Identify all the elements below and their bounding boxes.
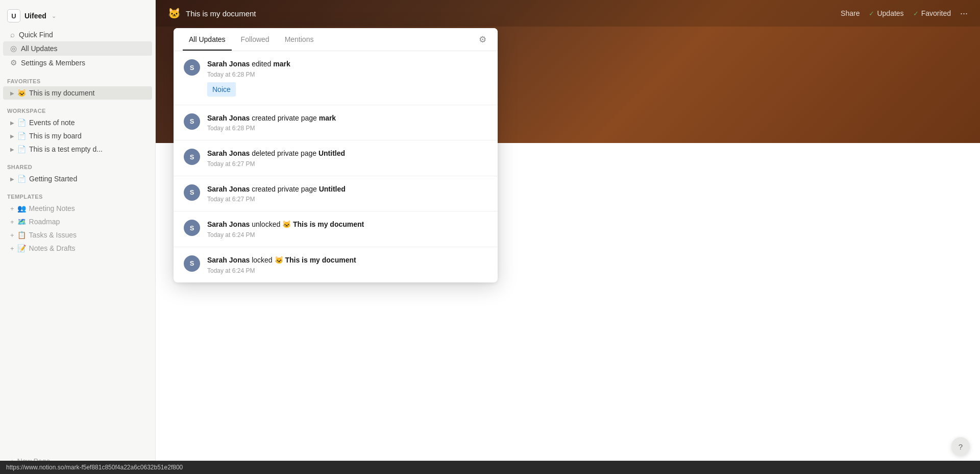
app-logo-letter: U xyxy=(11,12,16,20)
sidebar-item-getting-started[interactable]: ▶ 📄 Getting Started xyxy=(3,172,152,185)
template-4: Notes & Drafts xyxy=(29,244,76,252)
update-action-2: created private page xyxy=(252,114,319,122)
update-action-4: created private page xyxy=(252,185,319,193)
add-icon-1: + xyxy=(10,205,14,212)
sidebar-item-notes-drafts[interactable]: + 📝 Notes & Drafts xyxy=(3,242,152,255)
doc-emoji-2: 📄 xyxy=(17,132,26,140)
update-time-3: Today at 6:27 PM xyxy=(207,160,487,168)
avatar-6: S xyxy=(184,255,200,272)
chevron-right-icon-4: ▶ xyxy=(10,147,14,152)
add-icon-3: + xyxy=(10,231,14,239)
workspace-doc-1: Events of note xyxy=(29,118,75,127)
chevron-right-icon: ▶ xyxy=(10,90,14,96)
sidebar-item-this-is-my-board[interactable]: ▶ 📄 This is my board xyxy=(3,129,152,143)
update-time-6: Today at 6:24 PM xyxy=(207,267,487,274)
avatar-4: S xyxy=(184,184,200,201)
template-emoji-1: 👥 xyxy=(17,204,26,212)
update-action-6: locked 🐱 xyxy=(252,256,285,264)
tab-all-updates[interactable]: All Updates xyxy=(183,28,232,51)
template-1: Meeting Notes xyxy=(29,204,75,212)
template-3: Tasks & Issues xyxy=(29,231,77,239)
sidebar-item-test-empty[interactable]: ▶ 📄 This is a test empty d... xyxy=(3,143,152,156)
update-text-5: Sarah Jonas unlocked 🐱 This is my docume… xyxy=(207,220,487,230)
update-text-3: Sarah Jonas deleted private page Untitle… xyxy=(207,149,487,159)
update-content-1: Sarah Jonas edited mark Today at 6:28 PM… xyxy=(207,59,487,97)
update-time-5: Today at 6:24 PM xyxy=(207,231,487,239)
update-target-6: This is my document xyxy=(285,256,356,264)
favorite-doc-label: This is my document xyxy=(29,89,94,97)
update-item-2: S Sarah Jonas created private page mark … xyxy=(174,105,498,141)
update-text-2: Sarah Jonas created private page mark xyxy=(207,113,487,124)
update-highlight-1: Noice xyxy=(207,82,236,97)
sidebar-item-tasks[interactable]: + 📋 Tasks & Issues xyxy=(3,228,152,242)
sidebar-item-settings[interactable]: ⚙ Settings & Members xyxy=(3,56,152,70)
updates-tabs: All Updates Followed Mentions ⚙ xyxy=(174,28,498,51)
doc-emoji-4: 📄 xyxy=(17,175,26,183)
avatar-5: S xyxy=(184,220,200,236)
doc-emoji-3: 📄 xyxy=(17,145,26,153)
update-user-4: Sarah Jonas xyxy=(207,185,250,193)
app-chevron-icon[interactable]: ⌄ xyxy=(52,13,56,19)
update-item-3: S Sarah Jonas deleted private page Untit… xyxy=(174,140,498,176)
avatar-3: S xyxy=(184,149,200,165)
update-user-3: Sarah Jonas xyxy=(207,149,250,157)
shared-doc-1: Getting Started xyxy=(29,175,77,183)
add-icon-4: + xyxy=(10,245,14,252)
add-icon-2: + xyxy=(10,218,14,226)
sidebar-item-meeting-notes[interactable]: + 👥 Meeting Notes xyxy=(3,202,152,215)
all-updates-label: All Updates xyxy=(21,44,58,53)
sidebar-item-events-of-note[interactable]: ▶ 📄 Events of note xyxy=(3,116,152,129)
panel-settings-icon[interactable]: ⚙ xyxy=(477,30,488,49)
shared-section-label: SHARED xyxy=(0,156,155,172)
app-logo: U xyxy=(7,9,20,22)
template-emoji-2: 🗺️ xyxy=(17,218,26,226)
update-action-1: edited xyxy=(252,60,273,68)
update-content-2: Sarah Jonas created private page mark To… xyxy=(207,113,487,132)
sidebar-item-roadmap[interactable]: + 🗺️ Roadmap xyxy=(3,215,152,228)
help-button[interactable]: ? xyxy=(951,437,970,456)
templates-section-label: TEMPLATES xyxy=(0,185,155,202)
update-action-3: deleted private page xyxy=(252,149,318,157)
update-time-2: Today at 6:28 PM xyxy=(207,125,487,132)
update-time-1: Today at 6:28 PM xyxy=(207,71,487,78)
template-emoji-3: 📋 xyxy=(17,231,26,239)
template-2: Roadmap xyxy=(29,218,60,226)
update-user-2: Sarah Jonas xyxy=(207,114,250,122)
update-content-6: Sarah Jonas locked 🐱 This is my document… xyxy=(207,255,487,274)
updates-panel: All Updates Followed Mentions ⚙ S Sarah … xyxy=(174,28,498,282)
update-time-4: Today at 6:27 PM xyxy=(207,196,487,203)
workspace-doc-2: This is my board xyxy=(29,132,82,140)
update-action-5: unlocked 🐱 xyxy=(252,220,293,228)
update-item-5: S Sarah Jonas unlocked 🐱 This is my docu… xyxy=(174,211,498,247)
sidebar-item-quick-find[interactable]: ⌕ Quick Find xyxy=(3,28,152,41)
workspace-doc-3: This is a test empty d... xyxy=(29,145,103,153)
update-target-5: This is my document xyxy=(293,220,364,228)
chevron-right-icon-2: ▶ xyxy=(10,120,14,126)
tab-mentions[interactable]: Mentions xyxy=(279,28,320,51)
update-text-6: Sarah Jonas locked 🐱 This is my document xyxy=(207,255,487,266)
update-content-4: Sarah Jonas created private page Untitle… xyxy=(207,184,487,203)
updates-list: S Sarah Jonas edited mark Today at 6:28 … xyxy=(174,51,498,282)
update-text-4: Sarah Jonas created private page Untitle… xyxy=(207,184,487,195)
update-target-1: mark xyxy=(273,60,290,68)
update-content-5: Sarah Jonas unlocked 🐱 This is my docume… xyxy=(207,220,487,239)
chevron-right-icon-5: ▶ xyxy=(10,176,14,182)
update-target-4: Untitled xyxy=(319,185,346,193)
sidebar: U Uifeed ⌄ ⌕ Quick Find ◎ All Updates ⚙ … xyxy=(0,0,156,474)
chevron-right-icon-3: ▶ xyxy=(10,133,14,139)
update-target-3: Untitled xyxy=(318,149,345,157)
main-content: 🐱 This is my document Share ✓ Updates ✓ … xyxy=(156,0,980,474)
sidebar-item-all-updates[interactable]: ◎ All Updates xyxy=(3,41,152,56)
update-item-4: S Sarah Jonas created private page Untit… xyxy=(174,176,498,212)
sidebar-item-this-is-my-document[interactable]: ▶ 🐱 This is my document xyxy=(3,86,152,100)
settings-label: Settings & Members xyxy=(21,59,85,67)
settings-icon: ⚙ xyxy=(10,58,17,67)
update-user-1: Sarah Jonas xyxy=(207,60,250,68)
quick-find-label: Quick Find xyxy=(19,31,53,39)
app-name: Uifeed xyxy=(24,12,46,20)
tab-followed[interactable]: Followed xyxy=(235,28,276,51)
update-item-1: S Sarah Jonas edited mark Today at 6:28 … xyxy=(174,51,498,105)
update-user-5: Sarah Jonas xyxy=(207,220,250,228)
avatar-2: S xyxy=(184,113,200,130)
template-emoji-4: 📝 xyxy=(17,244,26,252)
